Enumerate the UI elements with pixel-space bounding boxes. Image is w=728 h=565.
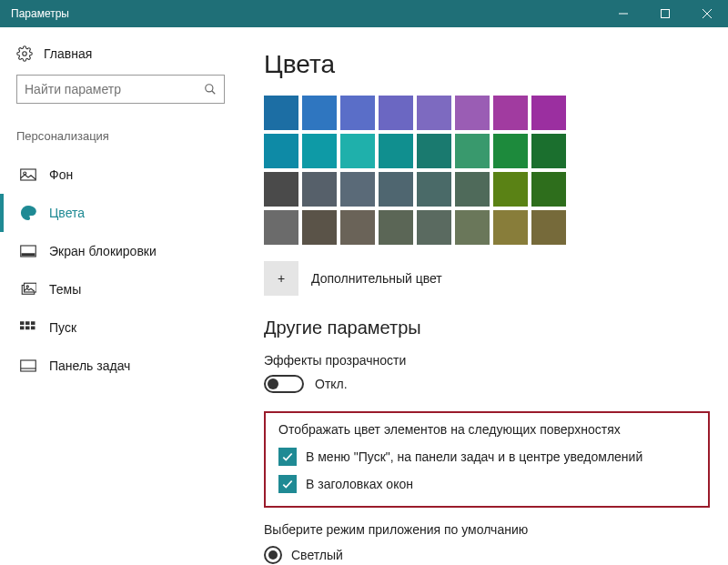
color-swatch[interactable] [340,172,375,207]
svg-rect-20 [31,321,35,325]
color-swatch[interactable] [493,210,528,245]
maximize-button[interactable] [644,0,686,27]
sidebar: Главная Персонализация Фон Цвета Экран б… [0,27,241,565]
sidebar-item-themes[interactable]: Темы [0,270,241,308]
color-swatch[interactable] [455,172,490,207]
svg-rect-16 [25,283,37,292]
svg-point-4 [23,52,27,56]
check-label: В меню "Пуск", на панели задач и в центр… [306,449,642,464]
custom-color-button[interactable]: + [264,261,298,296]
color-swatch[interactable] [531,210,566,245]
color-swatch[interactable] [417,134,451,168]
sidebar-item-background[interactable]: Фон [0,156,241,194]
color-swatch[interactable] [264,134,298,168]
color-swatch[interactable] [340,134,375,168]
custom-color-label: Дополнительный цвет [311,271,442,286]
nav-label: Экран блокировки [49,244,157,258]
svg-line-6 [212,91,216,95]
check-icon [281,478,294,490]
color-swatch[interactable] [417,172,451,207]
color-swatch[interactable] [340,96,375,130]
svg-rect-14 [22,253,35,256]
color-swatch[interactable] [302,172,337,207]
nav-label: Фон [49,167,73,182]
transparency-state: Откл. [315,377,348,391]
main-panel: Цвета + Дополнительный цвет Другие парам… [241,27,728,565]
page-title: Цвета [264,50,710,79]
other-heading: Другие параметры [264,318,710,338]
themes-icon [20,282,36,297]
sidebar-item-start[interactable]: Пуск [0,308,241,347]
color-swatch[interactable] [302,96,337,130]
svg-rect-23 [31,327,35,330]
surfaces-label: Отображать цвет элементов на следующих п… [278,422,695,437]
close-button[interactable] [686,0,728,27]
color-swatch[interactable] [264,172,298,207]
nav-label: Темы [49,282,81,297]
search-box[interactable] [16,75,225,104]
radio-light[interactable] [264,546,282,564]
sidebar-item-taskbar[interactable]: Панель задач [0,347,241,385]
nav-label: Пуск [49,320,76,335]
svg-rect-18 [20,321,25,325]
svg-point-11 [29,209,31,211]
picture-icon [20,168,36,181]
svg-point-5 [206,85,213,92]
svg-rect-19 [25,321,30,325]
home-label: Главная [44,46,92,61]
window-title: Параметры [11,7,69,20]
color-swatch[interactable] [379,134,413,168]
color-swatch[interactable] [264,210,298,245]
transparency-label: Эффекты прозрачности [264,353,710,368]
color-swatch[interactable] [302,134,337,168]
color-swatch[interactable] [493,134,528,168]
nav-label: Панель задач [49,358,130,373]
search-icon [204,83,217,96]
color-swatch[interactable] [493,96,528,130]
color-swatch[interactable] [302,210,337,245]
mode-label: Выберите режим приложения по умолчанию [264,522,710,537]
svg-point-10 [26,209,28,211]
color-swatch[interactable] [379,210,413,245]
color-swatch[interactable] [264,96,298,130]
color-palette [264,96,710,245]
color-swatch[interactable] [531,96,566,130]
section-label: Персонализация [0,129,241,156]
minimize-button[interactable] [602,0,644,27]
color-swatch[interactable] [455,210,490,245]
radio-label: Светлый [291,548,343,562]
svg-point-9 [24,212,25,214]
check-label: В заголовках окон [306,477,413,491]
color-swatch[interactable] [493,172,528,207]
transparency-toggle[interactable] [264,375,304,393]
color-swatch[interactable] [340,210,375,245]
color-swatch[interactable] [417,210,451,245]
svg-rect-22 [25,327,30,330]
color-swatch[interactable] [417,96,451,130]
start-icon [20,321,36,334]
palette-icon [20,205,36,221]
lockscreen-icon [20,245,36,257]
color-swatch[interactable] [379,96,413,130]
checkbox-titlebars[interactable] [278,475,297,493]
svg-rect-7 [21,169,36,180]
svg-rect-21 [20,327,25,330]
home-link[interactable]: Главная [0,45,241,75]
titlebar: Параметры [0,0,728,27]
color-swatch[interactable] [379,172,413,207]
svg-rect-1 [662,10,670,18]
color-swatch[interactable] [531,172,566,207]
nav-label: Цвета [49,206,85,220]
color-swatch[interactable] [531,134,566,168]
check-icon [281,450,294,463]
search-input[interactable] [25,82,204,96]
sidebar-item-colors[interactable]: Цвета [0,194,241,232]
plus-icon: + [278,271,285,286]
color-swatch[interactable] [455,96,490,130]
highlighted-surfaces-box: Отображать цвет элементов на следующих п… [264,411,710,508]
checkbox-start-taskbar[interactable] [278,448,297,466]
color-swatch[interactable] [455,134,490,168]
gear-icon [16,45,33,62]
sidebar-item-lockscreen[interactable]: Экран блокировки [0,232,241,270]
taskbar-icon [20,359,36,372]
